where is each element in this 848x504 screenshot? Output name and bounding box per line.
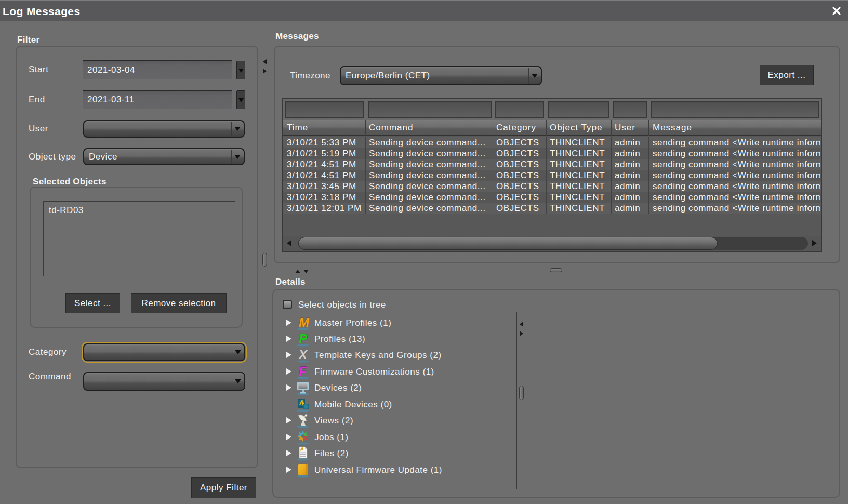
svg-text:X: X (298, 348, 308, 362)
svg-text:F: F (299, 364, 307, 378)
svg-text:M: M (299, 315, 310, 329)
svg-text:P: P (299, 331, 308, 346)
